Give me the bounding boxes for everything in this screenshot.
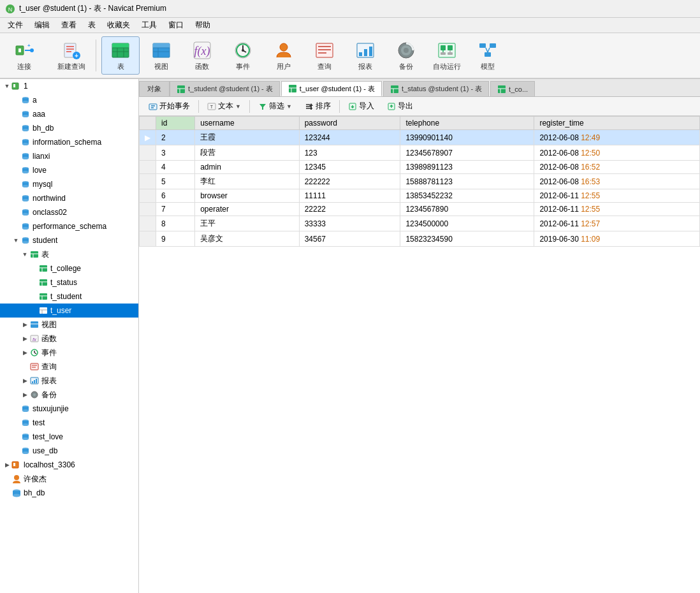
expand-icon: ▼ — [3, 82, 11, 91]
svg-point-76 — [22, 185, 29, 187]
sidebar-item-conn1[interactable]: ▼ 1 — [0, 79, 138, 93]
sidebar-item-stuxujunjie[interactable]: stuxujunjie — [0, 402, 138, 416]
sidebar-item-reports-group[interactable]: ▶ 报表 — [0, 374, 138, 388]
sidebar-item-onclass02[interactable]: onclass02 — [0, 205, 138, 219]
export-button[interactable]: 导出 — [381, 99, 419, 113]
table-row[interactable]: 6browser11111138534522322012-06-11 12:55 — [140, 189, 700, 203]
svg-point-30 — [280, 43, 288, 51]
menu-favorites[interactable]: 收藏夹 — [102, 18, 135, 32]
sidebar-item-northwind[interactable]: northwind — [0, 191, 138, 205]
cell-register-time: 2012-06-11 12:55 — [534, 189, 700, 203]
cell-register-time: 2012-06-08 12:49 — [534, 130, 700, 145]
begin-trans-button[interactable]: 开始事务 — [143, 99, 196, 113]
th-username[interactable]: username — [195, 117, 299, 130]
toolbar-query-button[interactable]: 查询 — [305, 36, 344, 75]
table-row[interactable]: ▶2王霞123244139909011402012-06-08 12:49 — [140, 130, 700, 145]
sidebar-item-use-db[interactable]: use_db — [0, 444, 138, 458]
menu-file[interactable]: 文件 — [3, 18, 28, 32]
event-label: 事件 — [236, 62, 250, 71]
tab-t-status[interactable]: t_status @student (1) - 表 — [383, 81, 489, 96]
expand-icon: ▶ — [20, 390, 29, 399]
toolbar-view-button[interactable]: 视图 — [142, 36, 180, 75]
data-table-wrapper[interactable]: id username password telephone register_… — [139, 116, 700, 593]
menu-tools[interactable]: 工具 — [136, 18, 162, 32]
sidebar-item-mysql[interactable]: mysql — [0, 177, 138, 191]
table-row[interactable]: 4admin12345139898911232012-06-08 16:52 — [140, 161, 700, 174]
sidebar-item-t-college[interactable]: t_college — [0, 261, 138, 275]
sidebar-item-queries[interactable]: 查询 — [0, 360, 138, 374]
sidebar-item-t-status[interactable]: t_status — [0, 275, 138, 289]
th-register-time[interactable]: register_time — [534, 117, 700, 130]
sidebar-item-backups-group[interactable]: ▶ 备份 — [0, 388, 138, 402]
toolbar-auto-button[interactable]: 自动运行 — [428, 36, 466, 75]
toolbar-model-button[interactable]: 模型 — [469, 36, 507, 75]
main-toolbar: + 连接 + 新建查询 — [0, 33, 700, 79]
sidebar-item-aaa[interactable]: aaa — [0, 107, 138, 121]
expand-placeholder — [11, 194, 20, 203]
sidebar-item-t-student[interactable]: t_student — [0, 289, 138, 304]
table-row[interactable]: 3段营123123456789072012-06-08 12:50 — [140, 145, 700, 161]
svg-point-64 — [22, 129, 29, 131]
text-icon: T — [207, 102, 216, 111]
toolbar-func-button[interactable]: f(x) 函数 — [183, 36, 221, 75]
queries-label: 查询 — [41, 362, 57, 372]
svg-rect-44 — [448, 45, 453, 50]
cell-password: 123244 — [299, 130, 400, 145]
expand-placeholder — [11, 208, 20, 217]
sidebar-item-bh-db[interactable]: bh_db — [0, 121, 138, 135]
sidebar-item-lianxi[interactable]: lianxi — [0, 149, 138, 163]
menu-help[interactable]: 帮助 — [190, 18, 215, 32]
toolbar-event-button[interactable]: 事件 — [224, 36, 262, 75]
sidebar-item-events-group[interactable]: ▶ 事件 — [0, 346, 138, 360]
svg-rect-37 — [364, 49, 367, 56]
table-row[interactable]: 9吴彦文34567158232345902019-06-30 11:09 — [140, 231, 700, 247]
sidebar-item-test-love[interactable]: test_love — [0, 430, 138, 444]
table-row[interactable]: 8王平3333312345000002012-06-11 12:57 — [140, 216, 700, 231]
sidebar-item-funcs-group[interactable]: ▶ fx 函数 — [0, 332, 138, 346]
menu-table[interactable]: 表 — [83, 18, 101, 32]
toolbar-connect-button[interactable]: + 连接 — [5, 36, 43, 75]
sidebar-item-bh-db-conn[interactable]: bh_db — [0, 486, 138, 500]
svg-point-119 — [33, 393, 36, 396]
text-button[interactable]: T 文本 ▼ — [201, 99, 247, 113]
sidebar-item-localhost[interactable]: ▶ localhost_3306 — [0, 458, 138, 472]
cell-register-time: 2012-06-11 12:55 — [534, 203, 700, 216]
th-id[interactable]: id — [156, 117, 195, 130]
menu-edit[interactable]: 编辑 — [29, 18, 55, 32]
table-row[interactable]: 7operater2222212345678902012-06-11 12:55 — [140, 203, 700, 216]
toolbar-user-button[interactable]: 用户 — [265, 36, 303, 75]
sidebar-item-love[interactable]: love — [0, 163, 138, 177]
sidebar-item-perf-schema[interactable]: performance_schema — [0, 219, 138, 233]
svg-point-58 — [22, 101, 29, 103]
sort-button[interactable]: 排序 — [299, 99, 337, 113]
tbl-sep-3 — [339, 100, 340, 113]
toolbar-backup-button[interactable]: 备份 — [387, 36, 425, 75]
th-password[interactable]: password — [299, 117, 400, 130]
sidebar-item-a[interactable]: a — [0, 93, 138, 107]
tab-t-student[interactable]: t_student @student (1) - 表 — [170, 81, 280, 96]
menu-window[interactable]: 窗口 — [163, 18, 189, 32]
table-row[interactable]: 5李红222222158887811232012-06-08 16:53 — [140, 174, 700, 189]
toolbar-report-button[interactable]: 报表 — [346, 36, 384, 75]
th-telephone[interactable]: telephone — [400, 117, 534, 130]
sidebar-item-tables-group[interactable]: ▼ 表 — [0, 247, 138, 261]
sidebar-item-student[interactable]: ▼ student — [0, 233, 138, 247]
cell-telephone: 15888781123 — [400, 174, 534, 189]
cell-password: 222222 — [299, 174, 400, 189]
tab-objects[interactable]: 对象 — [139, 81, 170, 96]
menu-view[interactable]: 查看 — [56, 18, 82, 32]
tab-t-user[interactable]: t_user @student (1) - 表 — [281, 81, 382, 96]
sidebar-item-xujunjie[interactable]: 许俊杰 — [0, 472, 138, 486]
toolbar-new-query-button[interactable]: + 新建查询 — [52, 36, 91, 75]
toolbar-table-button[interactable]: 表 — [101, 36, 140, 75]
sidebar-item-info-schema[interactable]: information_schema — [0, 135, 138, 149]
sidebar-item-test[interactable]: test — [0, 416, 138, 430]
filter-button[interactable]: 筛选 ▼ — [252, 99, 298, 113]
import-button[interactable]: 导入 — [342, 99, 380, 113]
sidebar-item-t-user[interactable]: t_user — [0, 304, 138, 318]
tab-t-co[interactable]: t_co... — [490, 81, 535, 96]
cell-password: 33333 — [299, 216, 400, 231]
svg-point-88 — [22, 241, 29, 244]
expand-placeholder — [11, 418, 20, 427]
sidebar-item-views-group[interactable]: ▶ 视图 — [0, 318, 138, 332]
